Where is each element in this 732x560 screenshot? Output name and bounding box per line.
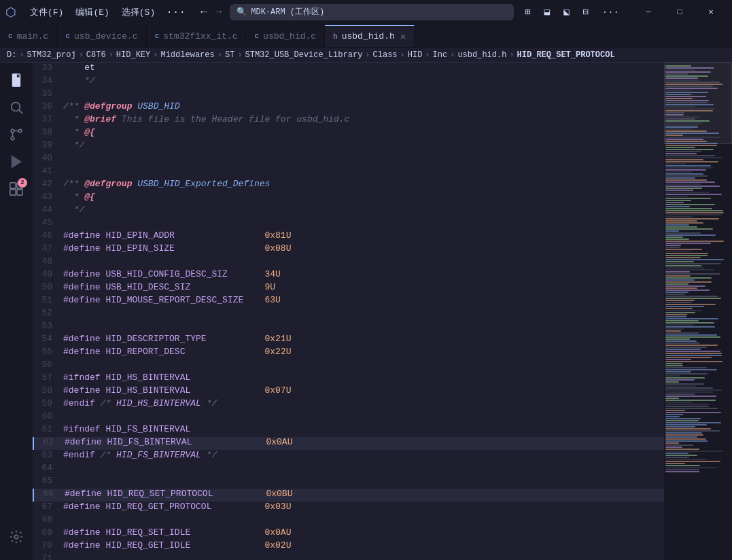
- line-number: 69: [33, 527, 63, 538]
- line-number: 46: [33, 230, 63, 241]
- breadcrumb-c8t6[interactable]: C8T6: [86, 50, 106, 60]
- code-line: 64: [33, 463, 664, 476]
- code-line: 41: [33, 166, 664, 179]
- nav-back-button[interactable]: ←: [198, 5, 210, 20]
- code-line: 39 */: [33, 140, 664, 153]
- line-content: [63, 308, 664, 318]
- line-number: 38: [33, 127, 63, 137]
- c-file-icon: c: [8, 32, 13, 40]
- activity-settings-icon[interactable]: [4, 525, 29, 549]
- line-number: 34: [33, 75, 63, 86]
- line-content: #define HID_EPIN_ADDR 0x81U: [63, 230, 664, 241]
- tab-close-button[interactable]: ✕: [400, 31, 406, 42]
- line-number: 40: [33, 153, 63, 163]
- line-number: 47: [33, 243, 63, 253]
- tab-usb-device-c[interactable]: c usb_device.c: [57, 25, 146, 47]
- tab-usbd-hid-c[interactable]: c usbd_hid.c: [246, 25, 325, 47]
- breadcrumb-sep: ›: [509, 50, 514, 60]
- svg-line-2: [19, 110, 22, 113]
- line-number: 35: [33, 88, 63, 99]
- code-line: 51#define HID_MOUSE_REPORT_DESC_SIZE 63U: [33, 295, 664, 308]
- line-number: 58: [33, 385, 63, 396]
- line-content: */: [63, 75, 664, 86]
- line-number: 36: [33, 101, 63, 111]
- line-content: #define HID_MOUSE_REPORT_DESC_SIZE 63U: [63, 295, 664, 305]
- svg-point-11: [14, 535, 18, 539]
- line-number: 41: [33, 166, 63, 176]
- code-line: 45: [33, 217, 664, 230]
- line-number: 52: [33, 308, 63, 318]
- panel-toggle-icon[interactable]: ⬓: [538, 4, 555, 20]
- activity-run-debug-icon[interactable]: [4, 150, 29, 174]
- line-content: /** @defgroup USBD_HID: [63, 101, 664, 111]
- line-content: [63, 166, 664, 176]
- sidebar-toggle-icon[interactable]: ⬕: [558, 4, 574, 20]
- line-number: 39: [33, 140, 63, 150]
- breadcrumb-middlewares[interactable]: Middlewares: [160, 50, 214, 60]
- breadcrumb-sep: ›: [237, 50, 242, 60]
- breadcrumb-hidkey[interactable]: HID_KEY: [116, 50, 150, 60]
- window-controls: ─ □ ✕: [633, 0, 727, 24]
- breadcrumb-stm32[interactable]: STM32_proj: [27, 50, 76, 60]
- close-button[interactable]: ✕: [695, 0, 727, 24]
- line-content: [63, 514, 664, 525]
- line-content: [63, 153, 664, 163]
- svg-point-4: [18, 129, 22, 133]
- code-line: 44 */: [33, 205, 664, 217]
- code-line: 35: [33, 88, 664, 101]
- code-line: 62#define HID_FS_BINTERVAL 0x0AU: [33, 437, 664, 450]
- tab-label: usb_device.c: [74, 31, 138, 41]
- line-number: 56: [33, 360, 63, 370]
- line-content: * @{: [63, 127, 664, 137]
- vscode-logo-icon: ⬡: [5, 5, 16, 20]
- menu-edit[interactable]: 编辑(E): [70, 4, 114, 20]
- code-line: 33 et: [33, 63, 664, 75]
- svg-point-1: [12, 103, 20, 111]
- breadcrumb-st[interactable]: ST: [225, 50, 234, 60]
- code-editor[interactable]: 33 et34 */35 36/** @defgroup USBD_HID37 …: [33, 63, 664, 560]
- line-content: #define HID_REQ_SET_PROTOCOL 0x0BU: [65, 489, 664, 499]
- more-actions-icon[interactable]: ···: [597, 5, 625, 20]
- line-content: et: [63, 63, 664, 73]
- activity-search-icon[interactable]: [4, 95, 29, 120]
- line-content: #endif /* HID_FS_BINTERVAL */: [63, 450, 664, 460]
- line-number: 64: [33, 463, 63, 473]
- menu-select[interactable]: 选择(S): [116, 4, 160, 20]
- breadcrumb-hid[interactable]: HID: [408, 50, 423, 60]
- code-line: 58#define HID_HS_BINTERVAL 0x07U: [33, 385, 664, 398]
- breadcrumb-drive[interactable]: D:: [7, 50, 16, 60]
- code-line: 68: [33, 514, 664, 527]
- menu-more[interactable]: ···: [162, 4, 190, 20]
- code-line: 67#define HID_REQ_GET_PROTOCOL 0x03U: [33, 502, 664, 514]
- line-number: 53: [33, 321, 63, 331]
- activity-extensions-icon[interactable]: 2: [4, 177, 29, 201]
- tab-label: usbd_hid.c: [263, 31, 316, 41]
- activity-explorer-icon[interactable]: [4, 68, 29, 92]
- code-line: 34 */: [33, 75, 664, 88]
- menu-file[interactable]: 文件(F): [24, 4, 69, 20]
- search-bar[interactable]: 🔍 MDK-ARM (工作区): [230, 4, 514, 20]
- breadcrumb-class[interactable]: Class: [373, 50, 398, 60]
- breadcrumb-file[interactable]: usbd_hid.h: [457, 50, 506, 60]
- minimize-button[interactable]: ─: [633, 0, 664, 24]
- tab-main-c[interactable]: c main.c: [0, 25, 57, 47]
- code-line: 63#endif /* HID_FS_BINTERVAL */: [33, 450, 664, 463]
- code-line: 55#define HID_REPORT_DESC 0x22U: [33, 347, 664, 360]
- activity-bottom: [4, 525, 29, 555]
- titlebar: ⬡ 文件(F) 编辑(E) 选择(S) ··· ← → 🔍 MDK-ARM (工…: [0, 0, 732, 24]
- activity-source-control-icon[interactable]: [4, 122, 29, 147]
- breadcrumb-sep: ›: [153, 50, 158, 60]
- activity-bar: 2: [0, 63, 33, 560]
- minimap[interactable]: [664, 63, 732, 560]
- grid-layout-icon[interactable]: ⊟: [577, 4, 593, 20]
- tab-stm32-c[interactable]: c stm32f1xx_it.c: [147, 25, 247, 47]
- code-line: 43 * @{: [33, 192, 664, 205]
- breadcrumb-inc[interactable]: Inc: [433, 50, 448, 60]
- code-line: 40: [33, 153, 664, 166]
- maximize-button[interactable]: □: [664, 0, 695, 24]
- nav-forward-button[interactable]: →: [213, 5, 225, 20]
- tab-usbd-hid-h[interactable]: h usbd_hid.h ✕: [325, 25, 415, 47]
- breadcrumb-usb-lib[interactable]: STM32_USB_Device_Library: [245, 50, 363, 60]
- layout-toggle-icon[interactable]: ⊞: [519, 4, 536, 20]
- line-number: 51: [33, 295, 63, 305]
